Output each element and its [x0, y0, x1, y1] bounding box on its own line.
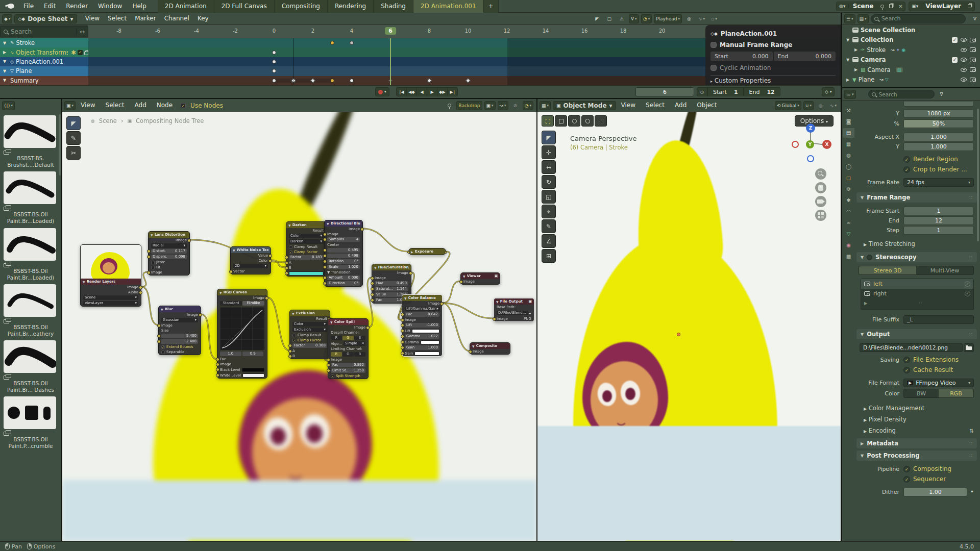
node-color-swatch[interactable]: Lift — [402, 328, 442, 334]
vp-falloff-icon[interactable]: ∿▾ — [828, 101, 839, 110]
ds-menu-view[interactable]: View — [81, 12, 104, 25]
stereo-views-list[interactable]: left✓ right✓ ▶∷ — [861, 279, 974, 310]
backdrop-toggle[interactable]: Backdrop — [456, 101, 482, 110]
brush-card[interactable]: BSBST-BS.Oil Paint.Br...eathery — [4, 284, 58, 337]
node-value-slider[interactable]: Limit St...1.250 — [328, 368, 368, 373]
cut-links-tool[interactable]: ✂ — [66, 146, 81, 160]
node-header[interactable]: ▼Color Balance — [402, 295, 442, 301]
snapping-magnet-icon[interactable]: ∪▾ — [803, 101, 814, 110]
new-scene-icon[interactable] — [887, 4, 896, 9]
channel-g[interactable]: G — [342, 352, 354, 357]
outliner-row-stroke[interactable]: ▶✑Stroke ↝✦◉ — [842, 45, 980, 55]
brush-card[interactable]: BSBST-BS. Brushst....Default — [4, 115, 58, 168]
compositing-checkbox[interactable]: ✓Compositing — [903, 465, 951, 472]
node-exclusion[interactable]: ▼ExclusionResultColor▾Exclusion▾Clamp Re… — [289, 310, 330, 359]
post-processing-section[interactable]: ▼Post Processing∷ — [856, 450, 977, 461]
dither-slider[interactable]: 1.00 — [903, 488, 967, 496]
use-nodes-checkbox[interactable]: ✓Use Nodes — [181, 102, 223, 109]
hide-eye-icon[interactable] — [961, 58, 967, 62]
tab-standard[interactable]: Standard — [220, 301, 242, 306]
tab-2d-animation-001[interactable]: 2D Animation.001 — [413, 0, 484, 13]
color-swatch[interactable] — [421, 340, 439, 344]
outliner-filter-icon[interactable]: ∇ — [970, 14, 980, 23]
mini-value[interactable]: 0.9 — [242, 352, 264, 356]
menu-file[interactable]: File — [18, 0, 39, 13]
keying-options-button[interactable]: ◇▾ — [822, 87, 835, 96]
properties-tab-render[interactable]: ◙ — [843, 117, 854, 127]
comp-menu-select[interactable]: Select — [101, 99, 130, 112]
navigation-gizmo[interactable]: Z X Y — [791, 123, 830, 163]
node-checkbox[interactable]: Clamp Result — [290, 333, 330, 338]
output-path-field[interactable]: D:\Files\Blende...nder\0012.png — [860, 343, 963, 352]
keyframe[interactable] — [350, 41, 354, 45]
zoom-icon[interactable] — [815, 168, 826, 180]
unlink-scene-icon[interactable]: ✕ — [896, 4, 905, 9]
properties-tab-object-data[interactable]: ▽ — [843, 229, 854, 239]
expand-icon[interactable]: ▼ — [3, 59, 8, 64]
node-color-swatch[interactable]: Gamma — [402, 339, 442, 345]
vp-menu-select[interactable]: Select — [641, 99, 670, 112]
node-header[interactable]: ▼Darken — [286, 222, 326, 228]
collapse-icon[interactable]: ▼ — [327, 222, 329, 226]
node-checkbox[interactable]: ✓Clamp Factor — [290, 338, 330, 343]
pin-scene-icon[interactable] — [877, 4, 887, 9]
browse-folder-button[interactable] — [964, 343, 974, 352]
properties-tab-world[interactable]: ◯ — [843, 162, 854, 171]
node-enum-dropdown[interactable]: Darken▾ — [286, 239, 326, 244]
node-header[interactable]: ▼Composite — [470, 343, 510, 349]
node-value-slider[interactable]: Fac0.892 — [328, 362, 368, 368]
node-header[interactable]: ▼Hue/Saturation/V... — [372, 264, 411, 270]
node-lens-distortion[interactable]: ▼Lens DistortionImageRadial▾Distort.0.11… — [148, 231, 190, 276]
vp-menu-add[interactable]: Add — [670, 99, 692, 112]
node-value-slider[interactable]: Hue0.490 — [372, 281, 411, 286]
collapse-icon[interactable]: ▼ — [330, 320, 333, 324]
menu-help[interactable]: Help — [127, 0, 151, 13]
next-keyframe-button[interactable]: ◆▶ — [437, 87, 448, 96]
properties-tab-particles[interactable]: ✱ — [843, 195, 854, 205]
color-mode-segmented[interactable]: BWRGB — [903, 389, 974, 398]
menu-edit[interactable]: Edit — [39, 0, 61, 13]
view-right-row[interactable]: right✓ — [861, 289, 973, 298]
properties-tab-physics[interactable]: ◠ — [843, 207, 854, 216]
node-value-slider[interactable]: Lift-1.000 — [402, 322, 442, 328]
camera-view-icon[interactable] — [815, 196, 826, 207]
color-swatch[interactable] — [412, 329, 439, 333]
node-value-slider[interactable]: Fac0.642 — [402, 312, 442, 317]
tweak-icon[interactable]: ◤ — [592, 14, 602, 23]
node-checkbox[interactable]: Separable — [159, 349, 201, 355]
collapse-icon[interactable]: ▼ — [83, 280, 85, 284]
ds-menu-channel[interactable]: Channel — [160, 12, 193, 25]
node-subsection[interactable]: ▼ Translation — [325, 270, 362, 275]
action-start-field[interactable]: Start0.000 — [710, 52, 773, 61]
frame-range-section[interactable]: ▼Frame Range∷ — [856, 192, 977, 203]
color-swatch[interactable] — [242, 373, 264, 378]
channel-r[interactable]: R — [331, 336, 342, 340]
node-enum-dropdown[interactable]: Lift/Gamma/Gain▾ — [402, 306, 442, 312]
node-color-spill[interactable]: ▼Color SpillImageDespill Channel:RGBAlgo… — [328, 318, 369, 379]
collection-checkbox[interactable]: ✓ — [952, 57, 958, 63]
properties-tab-modifiers[interactable]: ⚙ — [843, 184, 854, 194]
frame-start-prop[interactable]: 1 — [903, 207, 974, 215]
node-enum-dropdown[interactable]: Algo...Simple▾ — [328, 341, 368, 346]
time-stretching-section[interactable]: ▶ Time Stretching — [859, 240, 915, 247]
measure-tool[interactable]: ∠ — [542, 234, 556, 248]
render-region-checkbox[interactable]: ✓Render Region — [903, 156, 958, 163]
collapse-icon[interactable]: ▼ — [472, 344, 475, 348]
node-color-swatch[interactable]: Black Level — [217, 367, 267, 372]
node-curve-widget[interactable] — [217, 306, 267, 351]
node-white-noise[interactable]: ▼White Noise Textu...ValueColor2D▾Vector — [230, 246, 271, 274]
new-viewlayer-icon[interactable] — [965, 4, 974, 9]
proportional-edit-icon[interactable]: ◔▾ — [523, 101, 533, 110]
resolution-percent-slider[interactable]: 50% — [903, 119, 974, 128]
annotate-tool[interactable]: ✎ — [542, 219, 556, 233]
properties-tab-material[interactable]: ◉ — [843, 240, 854, 250]
node-darken[interactable]: ▼DarkenResultColor▾Darken▾Clamp Result✓C… — [286, 221, 327, 277]
tweak-tool[interactable]: ◤ — [66, 116, 81, 130]
rotate-tool[interactable]: ↻ — [542, 175, 556, 189]
action-end-field[interactable]: End0.000 — [774, 52, 836, 61]
tab-shading[interactable]: Shading — [374, 0, 413, 13]
properties-tab-output[interactable]: ▤ — [843, 128, 854, 138]
disable-render-icon[interactable] — [970, 47, 976, 52]
node-header[interactable]: ▼Lens Distortion — [149, 232, 189, 238]
keyframe[interactable] — [272, 79, 276, 83]
